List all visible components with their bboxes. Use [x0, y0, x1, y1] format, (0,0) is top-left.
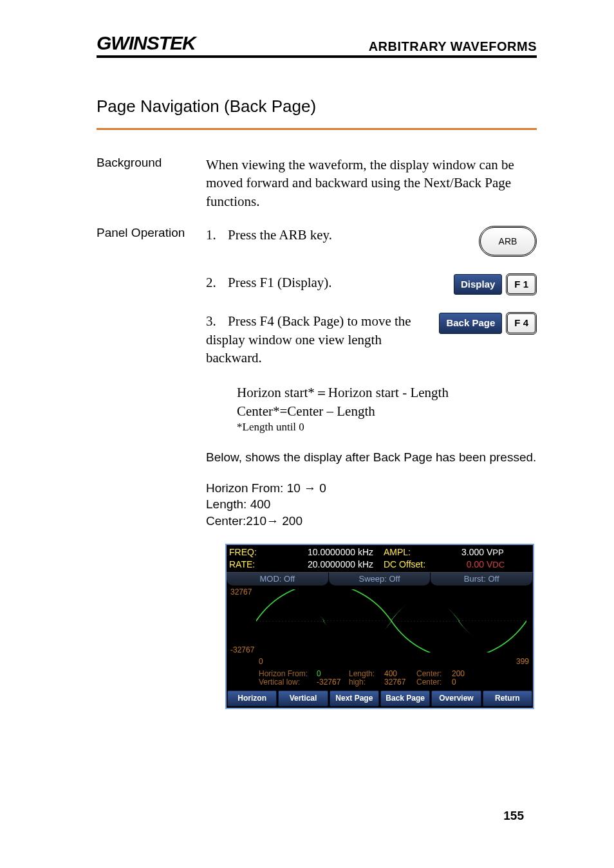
step-2-text: Press F1 (Display). [228, 275, 332, 290]
f4-key[interactable]: F 4 [506, 312, 537, 334]
dc-label: DC Offset: [384, 559, 442, 571]
lcd-readout-top: FREQ: 10.0000000 kHz AMPL: 3.000 VPP RAT… [227, 545, 533, 573]
formula-line-2: Center*=Center – Length [237, 402, 537, 420]
values-block: Horizon From: 10 → 0 Length: 400 Center:… [206, 480, 537, 530]
f1-key[interactable]: F 1 [506, 273, 537, 295]
rate-label: RATE: [229, 559, 274, 571]
ampl-unit: VPP [487, 546, 516, 559]
step-3: 3.Press F4 (Back Page) to move the displ… [206, 312, 537, 367]
freq-label: FREQ: [229, 546, 274, 559]
background-label: Background [97, 156, 206, 210]
sine-wave-icon [256, 589, 526, 652]
lcd-info-grid: Horizon From: 0 Length: 400 Center: 200 … [227, 669, 533, 689]
sk-vertical[interactable]: Vertical [278, 690, 328, 706]
lcd-screenshot: FREQ: 10.0000000 kHz AMPL: 3.000 VPP RAT… [225, 544, 534, 709]
sk-return[interactable]: Return [483, 690, 532, 706]
hi-val: 32767 [384, 678, 416, 687]
sk-horizon[interactable]: Horizon [227, 690, 277, 706]
waveform-plot: 32767 -32767 [227, 586, 533, 656]
ampl-value: 3.000 [442, 546, 487, 559]
length-value: Length: 400 [206, 496, 537, 513]
page-number: 155 [503, 809, 524, 823]
formula-note: *Length until 0 [237, 420, 537, 435]
c2-val: 0 [452, 678, 481, 687]
hi-label: high: [349, 678, 384, 687]
page-header: GWINSTEK ARBITRARY WAVEFORMS [97, 32, 537, 58]
dc-unit: VDC [487, 559, 516, 571]
arb-key[interactable]: ARB [479, 226, 537, 257]
c2-label: Center: [416, 678, 452, 687]
step-2: 2.Press F1 (Display). Display F 1 [206, 273, 537, 295]
ampl-label: AMPL: [384, 546, 442, 559]
burst-tab: Burst: Off [431, 572, 533, 586]
sweep-tab: Sweep: Off [329, 572, 431, 586]
step-1-num: 1. [206, 226, 228, 244]
center-change: Center:210→ 200 [206, 513, 537, 530]
formula-line-1: Horizon start*＝Horizon start - Length [237, 383, 537, 402]
back-page-softkey[interactable]: Back Page [439, 313, 502, 333]
step-2-num: 2. [206, 273, 228, 291]
sk-back-page[interactable]: Back Page [380, 690, 430, 706]
vl-val: -32767 [317, 678, 349, 687]
horizon-from-change: Horizon From: 10 → 0 [206, 480, 537, 497]
vl-label: Vertical low: [259, 678, 317, 687]
step-3-num: 3. [206, 312, 228, 330]
lcd-status-tabs: MOD: Off Sweep: Off Burst: Off [227, 572, 533, 586]
formula-block: Horizon start*＝Horizon start - Length Ce… [237, 383, 537, 435]
step-1: 1.Press the ARB key. ARB [206, 226, 537, 257]
display-softkey[interactable]: Display [454, 274, 502, 295]
step-3-text: Press F4 (Back Page) to move the display… [206, 313, 411, 365]
section-title: ARBITRARY WAVEFORMS [369, 39, 537, 54]
x-end: 399 [497, 658, 529, 666]
page-title: Page Navigation (Back Page) [97, 97, 537, 116]
below-text: Below, shows the display after Back Page… [206, 449, 537, 466]
mod-tab: MOD: Off [227, 572, 329, 586]
freq-unit: kHz [358, 546, 384, 559]
y-axis-max: 32767 [230, 587, 252, 597]
freq-value: 10.0000000 [274, 546, 358, 559]
lcd-info-row1: 0 399 [227, 656, 533, 669]
dc-value: 0.00 [442, 559, 487, 571]
y-axis-min: -32767 [230, 645, 254, 655]
step-1-text: Press the ARB key. [228, 227, 332, 243]
lcd-softkey-row: Horizon Vertical Next Page Back Page Ove… [227, 689, 533, 707]
rate-unit: kHz [358, 559, 384, 571]
rate-value: 20.0000000 [274, 559, 358, 571]
title-rule [97, 128, 537, 130]
sk-next-page[interactable]: Next Page [330, 690, 379, 706]
sk-overview[interactable]: Overview [431, 690, 481, 706]
x-start: 0 [259, 658, 284, 666]
background-text: When viewing the waveform, the display w… [206, 156, 537, 210]
panel-operation-label: Panel Operation [97, 226, 206, 709]
brand-logo: GWINSTEK [97, 32, 196, 54]
